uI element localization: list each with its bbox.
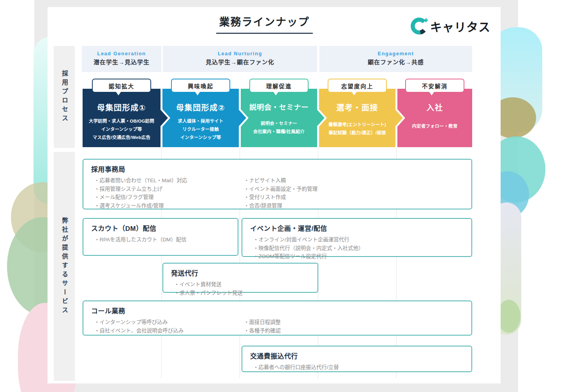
service-item: ・メール配信/フラグ管理 xyxy=(94,193,244,202)
process-step-nyusha: 不安解消 入社 内定者フォロー・教育 xyxy=(397,79,472,149)
step-block: 入社 内定者フォロー・教育 xyxy=(397,89,472,147)
step-detail: インターンシップ等 xyxy=(83,125,161,134)
step-detail: 大学訪問・求人票・OB/OG訪問 xyxy=(83,117,161,125)
service-item: ・イベント画面設定・予約管理 xyxy=(244,185,318,193)
chevron-arrow-icon xyxy=(317,110,325,126)
chevron-arrow-icon xyxy=(239,110,246,126)
step-tab-label: 理解促進 xyxy=(266,82,292,90)
process-flow: 認知拡大 母集団形成① 大学訪問・求人票・OB/OG訪問 インターンシップ等 マ… xyxy=(48,79,501,149)
tab-pointer xyxy=(195,91,200,95)
phase-lead-generation: Lead Generation 潜在学生→見込学生 xyxy=(82,46,161,72)
caritas-c-plus-icon xyxy=(410,17,428,35)
service-title: 交通費振込代行 xyxy=(250,351,464,360)
service-item: ・採用管理システム立ち上げ xyxy=(94,185,244,193)
process-step-seminar: 理解促進 説明会・セミナー 説明会・セミナー 会社案内・職種/社風紹介 xyxy=(241,79,317,149)
service-item: ・インターンシップ等呼び込み xyxy=(94,318,244,327)
step-title: 選考・面接 xyxy=(319,102,395,113)
service-box-event-planning: イベント企画・運営/配信 ・オンライン/対面イベント企画運営代行 ・映像配信代行… xyxy=(242,218,472,257)
step-detail: 筆記試験（能力/適正）/面接 xyxy=(319,129,395,137)
tab-pointer xyxy=(429,91,434,95)
service-item: ・ナビサイト入稿 xyxy=(244,176,318,185)
service-item: ・各種予約確認 xyxy=(244,327,281,335)
service-item: ・映像配信代行（説明会・内定式・入社式他） xyxy=(253,244,364,253)
service-item: ・面接日程調整 xyxy=(244,318,281,327)
step-detail: 求人媒体・採用サイト xyxy=(162,117,239,125)
service-title: 発送代行 xyxy=(171,268,310,278)
infographic-stage: 業務ラインナップ キャリタス 採用プロセス 弊社が提供するサービス Lead G… xyxy=(0,0,561,392)
service-title: イベント企画・運営/配信 xyxy=(250,223,464,233)
step-detail: インターンシップ等 xyxy=(162,134,239,142)
content-card: 業務ラインナップ キャリタス 採用プロセス 弊社が提供するサービス Lead G… xyxy=(48,7,501,383)
step-tab: 志望度向上 xyxy=(328,79,387,93)
service-item: ・求人票・パンフレット発送 xyxy=(174,289,243,297)
service-title: スカウト（DM）配信 xyxy=(91,223,230,233)
service-item: ・選考スケジュール作成/管理 xyxy=(94,202,244,210)
service-item: ・自社イベント、会社説明会呼び込み xyxy=(94,327,244,335)
phase-en-label: Lead Generation xyxy=(82,51,161,56)
service-box-scout-dm: スカウト（DM）配信 ・RPAを活用したスカウト（DM）配信 xyxy=(83,218,238,256)
phase-ja-label: 見込学生→顕在ファン化 xyxy=(163,58,317,66)
service-item: ・イベント資材発送 xyxy=(174,280,243,289)
step-detail: 説明会・セミナー xyxy=(241,120,317,128)
step-tab: 興味喚起 xyxy=(171,79,230,93)
service-title: コール業務 xyxy=(91,306,464,315)
service-box-transport-payment: 交通費振込代行 ・応募者への銀行口座振込代行/立替 xyxy=(242,346,472,372)
brand-logo: キャリタス xyxy=(410,17,490,35)
process-step-boshudan-2: 興味喚起 母集団形成② 求人媒体・採用サイト リクルーター接触 インターンシップ… xyxy=(162,79,239,149)
process-step-boshudan-1: 認知拡大 母集団形成① 大学訪問・求人票・OB/OG訪問 インターンシップ等 マ… xyxy=(83,79,161,149)
service-box-recruit-office: 採用事務局 ・応募者問い合わせ（TEL・Mail）対応 ・採用管理システム立ち上… xyxy=(83,159,472,209)
chevron-arrow-icon xyxy=(161,110,168,126)
step-detail: 内定者フォロー・教育 xyxy=(397,122,472,130)
chevron-arrow-icon xyxy=(395,110,403,126)
tab-pointer xyxy=(273,91,279,95)
step-detail: マス広告/交通広告/Web広告 xyxy=(83,134,161,142)
brand-name: キャリタス xyxy=(430,18,490,35)
step-tab-label: 不安解消 xyxy=(422,82,448,90)
step-title: 母集団形成② xyxy=(162,102,239,113)
service-box-shipping: 発送代行 ・イベント資材発送 ・求人票・パンフレット発送 xyxy=(162,263,318,293)
service-item: ・応募者への銀行口座振込代行/立替 xyxy=(253,363,339,372)
step-tab-label: 興味喚起 xyxy=(188,82,213,90)
tab-pointer xyxy=(116,91,121,95)
service-box-call-operations: コール業務 ・インターンシップ等呼び込み ・自社イベント、会社説明会呼び込み ・… xyxy=(83,301,472,336)
step-tab: 認知拡大 xyxy=(92,79,151,93)
step-block: 説明会・セミナー 説明会・セミナー 会社案内・職種/社風紹介 xyxy=(241,89,317,147)
step-tab: 不安解消 xyxy=(405,79,464,93)
process-step-senko-mensetsu: 志望度向上 選考・面接 書類選考(エントリーシート) 筆記試験（能力/適正）/面… xyxy=(319,79,395,149)
step-tab-label: 認知拡大 xyxy=(109,82,134,90)
side-label-our-services: 弊社が提供するサービス xyxy=(54,152,75,381)
phase-ja-label: 潜在学生→見込学生 xyxy=(82,58,161,66)
step-block: 選考・面接 書類選考(エントリーシート) 筆記試験（能力/適正）/面接 xyxy=(319,89,395,147)
service-item: ・受付リスト作成 xyxy=(244,193,318,202)
step-detail: 会社案内・職種/社風紹介 xyxy=(241,128,317,136)
service-title: 採用事務局 xyxy=(91,164,464,174)
service-item: ・RPAを活用したスカウト（DM）配信 xyxy=(94,236,187,244)
step-detail: 書類選考(エントリーシート) xyxy=(319,121,395,129)
service-item: ・ZOOM等配信ツール設定代行 xyxy=(253,252,364,261)
phase-engagement: Engagement 顕在ファン化→共感 xyxy=(319,46,472,72)
step-detail: リクルーター接触 xyxy=(162,125,239,134)
step-tab: 理解促進 xyxy=(249,79,309,93)
step-tab-label: 志望度向上 xyxy=(341,82,374,90)
decorative-blob xyxy=(497,300,520,333)
step-title: 母集団形成① xyxy=(83,102,161,113)
step-title: 入社 xyxy=(397,102,472,113)
service-item: ・オンライン/対面イベント企画運営代行 xyxy=(253,236,364,244)
step-block: 母集団形成① 大学訪問・求人票・OB/OG訪問 インターンシップ等 マス広告/交… xyxy=(83,89,161,147)
phase-lead-nurturing: Lead Nurturing 見込学生→顕在ファン化 xyxy=(163,46,317,72)
step-title: 説明会・セミナー xyxy=(241,102,317,112)
side-label-text: 弊社が提供するサービス xyxy=(60,217,69,316)
tab-pointer xyxy=(351,91,357,95)
service-item: ・合否/辞退管理 xyxy=(244,202,318,210)
phase-en-label: Engagement xyxy=(319,51,472,56)
step-block: 母集団形成② 求人媒体・採用サイト リクルーター接触 インターンシップ等 xyxy=(162,89,239,147)
page-title: 業務ラインナップ xyxy=(216,14,313,34)
service-item: ・応募者問い合わせ（TEL・Mail）対応 xyxy=(94,176,244,185)
phase-ja-label: 顕在ファン化→共感 xyxy=(319,58,472,66)
phase-en-label: Lead Nurturing xyxy=(163,51,317,56)
